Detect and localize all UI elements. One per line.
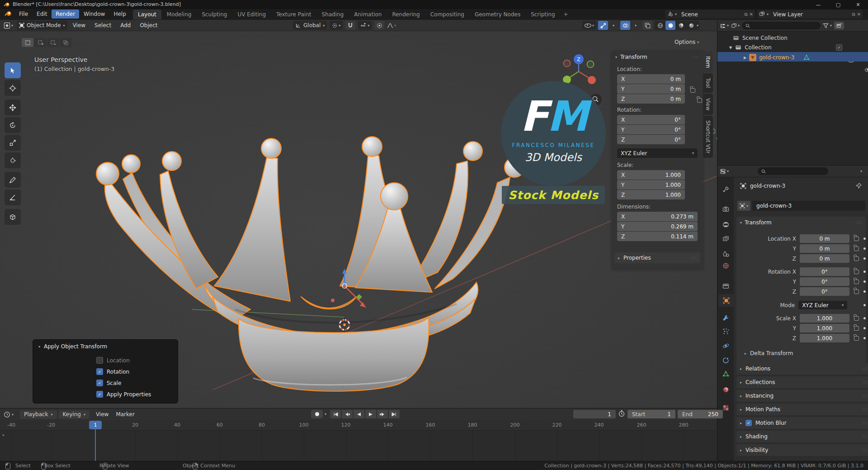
frame-start-field[interactable]: Start1: [627, 410, 675, 418]
workspace-tab-geometry-nodes[interactable]: Geometry Nodes: [470, 9, 525, 19]
animate-dot[interactable]: [863, 280, 866, 283]
rotation-y-field[interactable]: Y0°: [617, 125, 685, 134]
tab-view-layer[interactable]: [717, 232, 734, 244]
channel-expand-caret[interactable]: ▸: [3, 433, 5, 437]
minimize-button[interactable]: —: [808, 0, 828, 9]
prop-scale-y-field[interactable]: 1.000: [800, 324, 849, 332]
overlays-dropdown[interactable]: ▾: [631, 21, 641, 30]
prop-rotation-x-field[interactable]: 0°: [800, 267, 849, 276]
overlays-toggle[interactable]: [620, 21, 630, 30]
play-button[interactable]: [365, 410, 376, 418]
transform-collapse-caret[interactable]: ▾: [615, 55, 617, 59]
maximize-button[interactable]: ▢: [828, 0, 848, 9]
snap-toggle[interactable]: [345, 21, 355, 30]
lock-icon[interactable]: [854, 326, 859, 331]
move-tool[interactable]: [5, 100, 21, 115]
shading-wireframe-button[interactable]: [655, 21, 665, 30]
rotation-z-field[interactable]: Z0°: [617, 135, 685, 144]
scene-unlink-icon[interactable]: ✕: [750, 12, 753, 17]
animate-dot[interactable]: [863, 271, 866, 273]
visibility-dropdown[interactable]: ▾: [582, 21, 596, 30]
workspace-tab-modeling[interactable]: Modeling: [162, 9, 197, 19]
outliner-search-input[interactable]: [742, 22, 821, 29]
location-checkbox[interactable]: ✓: [96, 357, 103, 364]
lock-icon[interactable]: [854, 247, 859, 251]
delta-transform-header[interactable]: ▸Delta Transform: [745, 350, 793, 356]
view-layer-copy-icon[interactable]: ⧉: [852, 12, 855, 17]
previous-keyframe-button[interactable]: [342, 410, 353, 418]
tab-scene[interactable]: [717, 247, 734, 260]
outliner-object-gold-crown[interactable]: ▶ gold-crown-3: [744, 53, 810, 62]
tab-tool[interactable]: Tool: [703, 73, 713, 92]
menu-help[interactable]: Help: [109, 9, 130, 19]
select-set-mode-button[interactable]: [22, 38, 33, 47]
outliner-filter-button[interactable]: ▾: [823, 23, 832, 28]
editor-type-button[interactable]: ▾: [2, 22, 15, 29]
object-name-input[interactable]: gold-crown-3: [752, 201, 865, 211]
viewport-menu-view[interactable]: View: [69, 21, 89, 30]
location-y-field[interactable]: Y0 m: [617, 84, 685, 94]
panel-grip[interactable]: ::::: [693, 55, 699, 59]
cursor-tool[interactable]: [5, 80, 21, 96]
animate-dot[interactable]: [863, 247, 866, 250]
object-id-browse[interactable]: ▾: [737, 201, 750, 211]
dimensions-y-field[interactable]: Y0.269 m: [617, 222, 698, 231]
view-layer-browse-caret[interactable]: ▾: [767, 12, 769, 16]
location-x-field[interactable]: X0 m: [617, 74, 685, 84]
lock-icon[interactable]: [854, 316, 859, 321]
apply-properties-checkbox[interactable]: ✓: [96, 391, 103, 398]
properties-subpanel-header[interactable]: ▸ Properties ::::: [614, 252, 700, 263]
panel-grip[interactable]: ::::: [855, 221, 862, 225]
shading-rendered-button[interactable]: [686, 21, 696, 30]
tab-modifiers[interactable]: [717, 311, 734, 324]
shading-solid-button[interactable]: [665, 21, 675, 30]
tab-world[interactable]: [717, 259, 734, 272]
animate-dot[interactable]: [863, 237, 866, 240]
tab-render[interactable]: [717, 203, 734, 215]
view-layer-remove-icon[interactable]: ✕: [857, 12, 861, 17]
tab-material[interactable]: [717, 383, 734, 396]
instancing-panel-header[interactable]: ▸Instancing::::: [736, 390, 868, 402]
visibility-panel-header[interactable]: ▸Visibility::::: [736, 444, 868, 456]
workspace-tab-texture-paint[interactable]: Texture Paint: [271, 9, 316, 19]
new-collection-button[interactable]: [834, 22, 844, 29]
xray-toggle[interactable]: [642, 21, 652, 30]
jump-to-start-button[interactable]: [330, 410, 341, 418]
gizmos-dropdown[interactable]: ▾: [609, 21, 618, 30]
tab-object[interactable]: [719, 294, 734, 307]
viewport-menu-object[interactable]: Object: [136, 21, 161, 30]
menu-window[interactable]: Window: [80, 9, 109, 19]
rotation-mode-dropdown[interactable]: XYZ Euler▾: [617, 148, 698, 158]
add-cube-tool[interactable]: [5, 209, 21, 225]
relations-panel-header[interactable]: ▸Relations::::: [736, 363, 868, 375]
workspace-tab-shading[interactable]: Shading: [316, 9, 349, 19]
keying-set-dropdown[interactable]: ▾: [325, 412, 326, 416]
tab-output[interactable]: [717, 218, 734, 231]
animate-dot[interactable]: [863, 337, 866, 339]
options-dropdown[interactable]: Options ▾: [675, 39, 699, 45]
motion-paths-panel-header[interactable]: ▸Motion Paths::::: [736, 404, 868, 415]
scene-browse-caret[interactable]: ▾: [675, 12, 677, 16]
use-preview-range-button[interactable]: [618, 410, 625, 418]
dimensions-z-field[interactable]: Z0.114 m: [617, 232, 698, 241]
blender-menu-icon[interactable]: [2, 10, 14, 19]
measure-tool[interactable]: [5, 190, 21, 205]
scale-y-field[interactable]: Y1.000: [617, 180, 685, 190]
motion-blur-checkbox[interactable]: ✓: [745, 420, 752, 426]
lock-icon[interactable]: [854, 336, 859, 341]
properties-filter-dropdown[interactable]: ▾: [860, 169, 862, 173]
close-button[interactable]: ✕: [848, 0, 868, 9]
jump-to-end-button[interactable]: [389, 410, 400, 418]
timeline-menu-marker[interactable]: Marker: [112, 410, 138, 419]
motion-blur-panel-header[interactable]: ▸ ✓ Motion Blur::::: [736, 417, 868, 429]
tab-constraints[interactable]: [717, 354, 734, 366]
select-subtract-mode-button[interactable]: [47, 38, 59, 47]
menu-edit[interactable]: Edit: [33, 9, 51, 19]
lock-icon[interactable]: [854, 280, 859, 284]
tab-physics[interactable]: [717, 339, 734, 352]
timeline-editor-type-button[interactable]: ▾: [0, 411, 17, 418]
next-keyframe-button[interactable]: [377, 410, 388, 418]
dimensions-x-field[interactable]: X0.273 m: [617, 212, 698, 221]
proportional-editing-toggle[interactable]: [374, 21, 384, 30]
timeline-ruler[interactable]: -40 -20 20 40 60 80 100 120 140 160 180 …: [0, 420, 717, 431]
